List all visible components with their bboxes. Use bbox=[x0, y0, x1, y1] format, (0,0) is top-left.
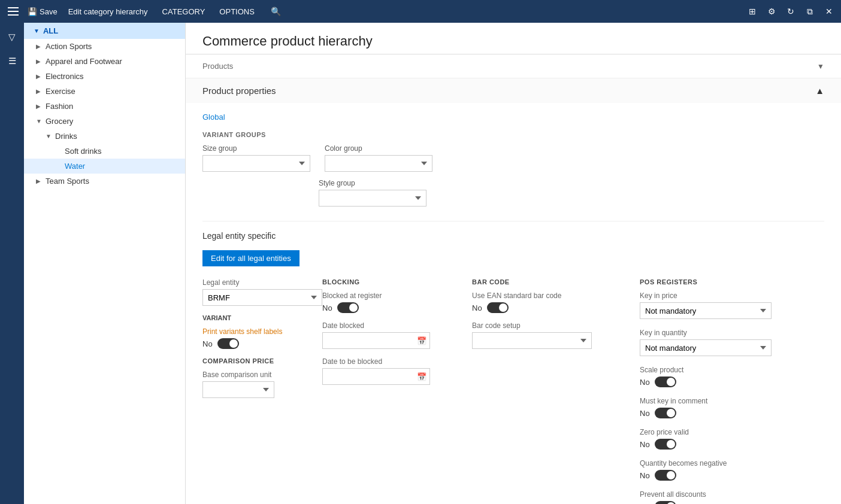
search-button[interactable]: 🔍 bbox=[269, 4, 283, 19]
save-button[interactable]: 💾 Save bbox=[24, 6, 61, 17]
print-variants-toggle[interactable] bbox=[217, 338, 239, 349]
base-comparison-unit-select[interactable] bbox=[202, 381, 274, 398]
sidebar-item-exercise[interactable]: ▶ Exercise bbox=[24, 84, 185, 99]
edit-all-legal-entities-button[interactable]: Edit for all legal entities bbox=[202, 250, 300, 266]
use-ean-label: Use EAN standard bar code bbox=[472, 292, 628, 300]
prevent-all-discounts-field: Prevent all discounts No bbox=[640, 490, 837, 504]
blocked-at-register-label: Blocked at register bbox=[322, 292, 460, 300]
key-in-price-select[interactable]: Not mandatory Mandatory Must not key in bbox=[640, 302, 772, 319]
key-in-price-label: Key in price bbox=[640, 292, 837, 300]
prevent-all-discounts-toggle-row: No bbox=[640, 501, 837, 504]
legal-entity-specific-label: Legal entity specific bbox=[202, 231, 824, 241]
base-comparison-unit-field: Base comparison unit bbox=[202, 371, 310, 398]
sidebar-item-grocery[interactable]: ▼ Grocery bbox=[24, 114, 185, 129]
color-group-select[interactable] bbox=[325, 155, 432, 172]
key-in-quantity-label: Key in quantity bbox=[640, 329, 837, 337]
page-title-bar[interactable]: Edit category hierarchy bbox=[63, 6, 153, 17]
size-group-label: Size group bbox=[202, 144, 310, 153]
sidebar-item-apparel-footwear[interactable]: ▶ Apparel and Footwear bbox=[24, 54, 185, 69]
sidebar-item-action-sports[interactable]: ▶ Action Sports bbox=[24, 39, 185, 54]
sidebar-item-soft-drinks[interactable]: Soft drinks bbox=[24, 144, 185, 159]
sidebar-item-water[interactable]: Water bbox=[24, 159, 185, 174]
date-blocked-label: Date blocked bbox=[322, 321, 460, 330]
use-ean-toggle[interactable] bbox=[487, 302, 509, 313]
legal-entity-select[interactable]: BRMF bbox=[202, 289, 322, 306]
variant-groups-section: VARIANT GROUPS Size group Color group bbox=[202, 131, 824, 207]
quantity-negative-toggle[interactable] bbox=[655, 470, 676, 481]
date-blocked-field: Date blocked 📅 bbox=[322, 321, 460, 349]
date-to-be-blocked-input[interactable] bbox=[322, 368, 430, 385]
variant-groups-fields: Size group Color group bbox=[202, 144, 824, 172]
zero-price-valid-toggle-row: No bbox=[640, 439, 837, 450]
content-header: Commerce product hierarchy bbox=[186, 23, 841, 54]
sidebar-item-electronics[interactable]: ▶ Electronics bbox=[24, 69, 185, 84]
list-icon-button[interactable]: ☰ bbox=[2, 51, 22, 71]
sidebar-label-electronics: Electronics bbox=[46, 72, 180, 81]
sidebar-item-fashion[interactable]: ▶ Fashion bbox=[24, 99, 185, 114]
products-section: Products ▼ bbox=[186, 54, 841, 78]
chevron-right-icon: ▶ bbox=[36, 43, 43, 50]
blocked-at-register-toggle[interactable] bbox=[337, 302, 359, 313]
zero-price-valid-label: Zero price valid bbox=[640, 428, 837, 436]
divider bbox=[202, 221, 824, 221]
restore-icon-button[interactable]: ⧉ bbox=[803, 4, 817, 19]
print-variants-label: Print variants shelf labels bbox=[202, 327, 310, 336]
print-variants-toggle-row: No bbox=[202, 338, 310, 349]
filter-icon-button[interactable]: ▽ bbox=[2, 28, 22, 47]
size-group-select[interactable] bbox=[202, 155, 310, 172]
scale-product-toggle[interactable] bbox=[655, 377, 676, 387]
sidebar-label-action-sports: Action Sports bbox=[46, 42, 180, 51]
hamburger-menu[interactable] bbox=[5, 3, 22, 20]
sidebar-item-drinks[interactable]: ▼ Drinks bbox=[24, 129, 185, 144]
use-ean-toggle-row: No bbox=[472, 302, 628, 313]
zero-price-valid-toggle[interactable] bbox=[655, 439, 676, 450]
size-group-field: Size group bbox=[202, 144, 310, 172]
print-variants-value: No bbox=[202, 339, 213, 348]
top-bar-right-actions: ⊞ ⚙ ↻ ⧉ ✕ bbox=[745, 4, 836, 19]
products-header[interactable]: Products ▼ bbox=[186, 54, 841, 78]
chevron-down-icon: ▼ bbox=[36, 118, 43, 125]
key-in-quantity-select[interactable]: Not mandatory Mandatory Must not key in bbox=[640, 339, 772, 356]
content-area: Commerce product hierarchy Products ▼ Pr… bbox=[186, 23, 841, 504]
col-pos-registers: POS REGISTERS Key in price Not mandatory… bbox=[640, 278, 841, 504]
must-key-in-comment-toggle[interactable] bbox=[655, 408, 676, 418]
date-blocked-input[interactable] bbox=[322, 332, 430, 349]
style-group-select[interactable] bbox=[319, 190, 426, 207]
options-menu-item[interactable]: OPTIONS bbox=[212, 6, 262, 17]
date-to-be-blocked-input-wrapper: 📅 bbox=[322, 368, 430, 385]
prevent-all-discounts-toggle[interactable] bbox=[655, 501, 676, 504]
category-menu-item[interactable]: CATEGORY bbox=[155, 6, 213, 17]
variant-title: VARIANT bbox=[202, 314, 310, 321]
sidebar-label-soft-drinks: Soft drinks bbox=[65, 147, 180, 156]
must-key-in-comment-field: Must key in comment No bbox=[640, 397, 837, 418]
office-icon-button[interactable]: ⊞ bbox=[745, 4, 760, 19]
sidebar-item-all[interactable]: ▼ ALL bbox=[24, 23, 185, 39]
chevron-down-icon: ▼ bbox=[817, 62, 824, 71]
save-icon: 💾 bbox=[28, 7, 37, 16]
product-properties-content: Global VARIANT GROUPS Size group Color g… bbox=[186, 103, 841, 504]
bar-code-setup-label: Bar code setup bbox=[472, 321, 628, 330]
chevron-up-icon: ▲ bbox=[815, 86, 824, 96]
top-menu: CATEGORY OPTIONS bbox=[155, 6, 262, 17]
scale-product-toggle-row: No bbox=[640, 377, 837, 387]
settings-icon-button[interactable]: ⚙ bbox=[764, 4, 779, 19]
date-to-be-blocked-field: Date to be blocked 📅 bbox=[322, 357, 460, 385]
legal-entity-label: Legal entity bbox=[202, 278, 310, 287]
save-label: Save bbox=[40, 7, 58, 16]
top-bar: 💾 Save Edit category hierarchy CATEGORY … bbox=[0, 0, 841, 23]
close-icon-button[interactable]: ✕ bbox=[822, 4, 836, 19]
product-properties-header[interactable]: Product properties ▲ bbox=[186, 78, 841, 103]
comparison-price-title: COMPARISON PRICE bbox=[202, 357, 310, 365]
quantity-negative-value: No bbox=[640, 471, 650, 480]
sidebar-item-team-sports[interactable]: ▶ Team Sports bbox=[24, 174, 185, 189]
bar-code-setup-field: Bar code setup bbox=[472, 321, 628, 349]
legal-entity-field: Legal entity BRMF bbox=[202, 278, 310, 306]
scale-product-label: Scale product bbox=[640, 366, 837, 374]
sidebar: ▼ ALL ▶ Action Sports ▶ Apparel and Foot… bbox=[24, 23, 186, 504]
style-group-field: Style group bbox=[319, 179, 426, 207]
style-group-row: Style group bbox=[202, 179, 824, 207]
refresh-icon-button[interactable]: ↻ bbox=[783, 4, 798, 19]
bar-code-setup-select[interactable] bbox=[472, 332, 592, 349]
use-ean-field: Use EAN standard bar code No bbox=[472, 292, 628, 313]
key-in-quantity-field: Key in quantity Not mandatory Mandatory … bbox=[640, 329, 837, 356]
